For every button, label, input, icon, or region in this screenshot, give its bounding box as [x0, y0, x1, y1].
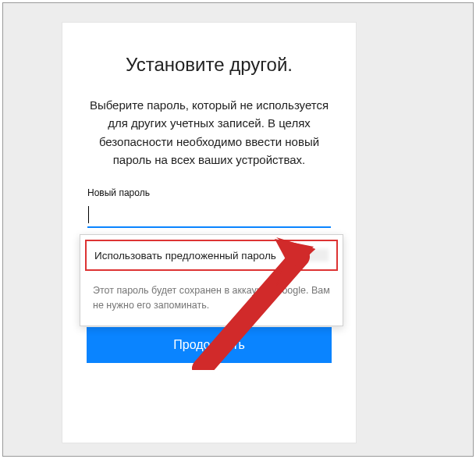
suggested-password-value	[284, 249, 329, 262]
password-suggestion-popup: Использовать предложенный пароль Этот па…	[80, 234, 343, 326]
description-text: Выберите пароль, который не используется…	[87, 96, 331, 169]
use-suggested-password-button[interactable]: Использовать предложенный пароль	[85, 240, 338, 271]
password-card: Установите другой. Выберите пароль, кото…	[62, 22, 357, 443]
password-field-label: Новый пароль	[87, 187, 331, 198]
suggestion-info-text: Этот пароль будет сохранен в аккаунте Go…	[80, 276, 343, 326]
text-cursor-icon	[88, 206, 89, 223]
password-input[interactable]	[87, 205, 331, 226]
page-background: Установите другой. Выберите пароль, кото…	[2, 2, 474, 457]
suggestion-label: Использовать предложенный пароль	[94, 250, 276, 262]
page-title: Установите другой.	[87, 54, 331, 76]
continue-button[interactable]: Продолжить	[87, 327, 332, 363]
password-input-wrap[interactable]	[87, 205, 331, 228]
